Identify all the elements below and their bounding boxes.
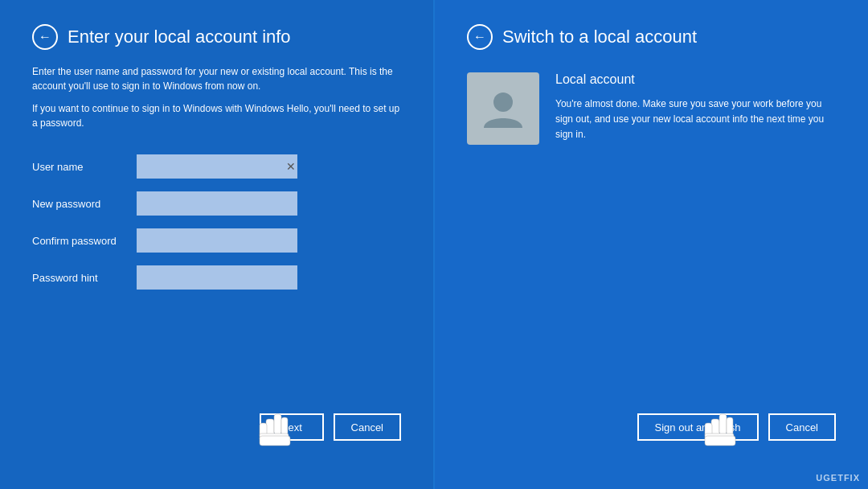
- sign-out-button[interactable]: Sign out and finish: [637, 413, 759, 441]
- right-panel: ← Switch to a local account Local accoun…: [435, 0, 868, 489]
- confirm-password-input[interactable]: [137, 228, 297, 253]
- account-form: User name ✕ New password Confirm passwor…: [32, 154, 401, 413]
- back-button-right[interactable]: ←: [467, 24, 493, 50]
- description-1: Enter the user name and password for you…: [32, 64, 401, 93]
- left-panel-header: ← Enter your local account info: [32, 24, 401, 50]
- password-hint-label: Password hint: [32, 272, 137, 284]
- back-button-left[interactable]: ←: [32, 24, 58, 50]
- confirm-password-label: Confirm password: [32, 235, 137, 247]
- right-buttons: Sign out and finish Cancel: [467, 413, 836, 465]
- account-description: You're almost done. Make sure you save y…: [555, 97, 836, 143]
- new-password-input[interactable]: [137, 191, 297, 216]
- user-avatar-icon: [479, 84, 527, 133]
- cancel-button-left[interactable]: Cancel: [334, 413, 401, 441]
- username-row: User name ✕: [32, 154, 401, 179]
- avatar: [467, 72, 539, 145]
- description-2: If you want to continue to sign in to Wi…: [32, 101, 401, 130]
- password-hint-input[interactable]: [137, 265, 297, 290]
- new-password-label: New password: [32, 198, 137, 210]
- right-panel-header: ← Switch to a local account: [467, 24, 836, 50]
- left-panel-title: Enter your local account info: [68, 27, 291, 47]
- new-password-row: New password: [32, 191, 401, 216]
- left-panel: ← Enter your local account info Enter th…: [0, 0, 435, 489]
- watermark: UGETFIX: [816, 473, 860, 483]
- account-name: Local account: [555, 72, 836, 87]
- username-input-wrapper: ✕: [137, 154, 297, 179]
- account-info: Local account You're almost done. Make s…: [555, 72, 836, 143]
- password-hint-row: Password hint: [32, 265, 401, 290]
- svg-point-6: [493, 92, 513, 112]
- username-label: User name: [32, 161, 137, 173]
- cancel-button-right[interactable]: Cancel: [768, 413, 836, 441]
- username-input[interactable]: [137, 154, 281, 179]
- clear-button[interactable]: ✕: [281, 160, 301, 173]
- left-buttons: Next Cancel: [32, 413, 401, 465]
- avatar-section: Local account You're almost done. Make s…: [467, 72, 836, 145]
- right-panel-title: Switch to a local account: [502, 27, 697, 47]
- next-button[interactable]: Next: [260, 413, 324, 441]
- confirm-password-row: Confirm password: [32, 228, 401, 253]
